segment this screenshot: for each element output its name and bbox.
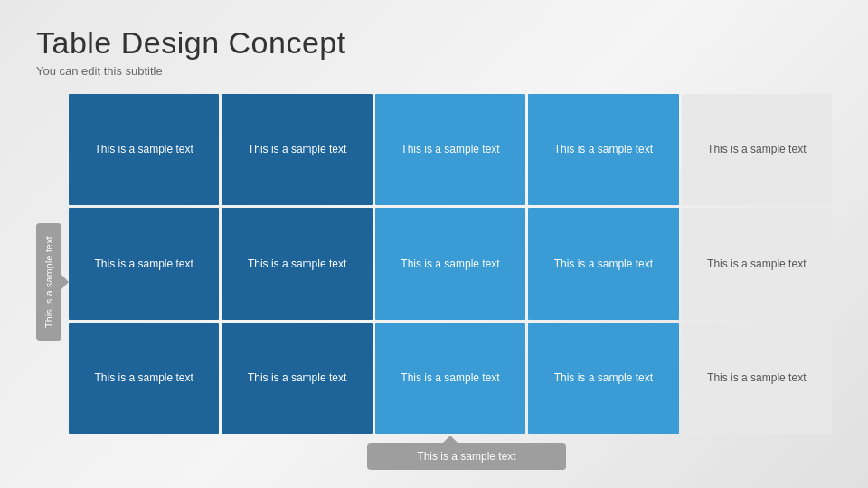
table-cell-r0-c4: This is a sample text: [682, 94, 832, 205]
table-grid: This is a sample textThis is a sample te…: [69, 94, 832, 434]
content-area: This is a sample text This is a sample t…: [36, 94, 832, 470]
table-cell-r2-c1: This is a sample text: [222, 323, 372, 434]
table-cell-r2-c2: This is a sample text: [375, 323, 525, 434]
table-wrapper: This is a sample textThis is a sample te…: [69, 94, 832, 470]
page-subtitle: You can edit this subtitle: [36, 64, 832, 78]
table-cell-r0-c3: This is a sample text: [528, 94, 678, 205]
table-cell-r2-c4: This is a sample text: [682, 323, 832, 434]
table-cell-r1-c2: This is a sample text: [375, 208, 525, 319]
bottom-arrow-up-icon: [443, 436, 458, 443]
vertical-label-box: This is a sample text: [36, 223, 61, 341]
table-cell-r0-c0: This is a sample text: [69, 94, 219, 205]
table-cell-r0-c1: This is a sample text: [222, 94, 372, 205]
page-title: Table Design Concept: [36, 25, 832, 61]
table-cell-r1-c1: This is a sample text: [222, 208, 372, 319]
table-cell-r1-c4: This is a sample text: [682, 208, 832, 319]
table-cell-r2-c3: This is a sample text: [528, 323, 678, 434]
bottom-label-wrapper: This is a sample text: [69, 443, 832, 470]
table-cell-r0-c2: This is a sample text: [375, 94, 525, 205]
vertical-label-wrapper: This is a sample text: [36, 94, 61, 470]
table-cell-r1-c0: This is a sample text: [69, 208, 219, 319]
table-cell-r1-c3: This is a sample text: [528, 208, 678, 319]
bottom-label-box: This is a sample text: [367, 443, 566, 470]
vertical-label-text: This is a sample text: [43, 236, 54, 328]
table-cell-r2-c0: This is a sample text: [69, 323, 219, 434]
